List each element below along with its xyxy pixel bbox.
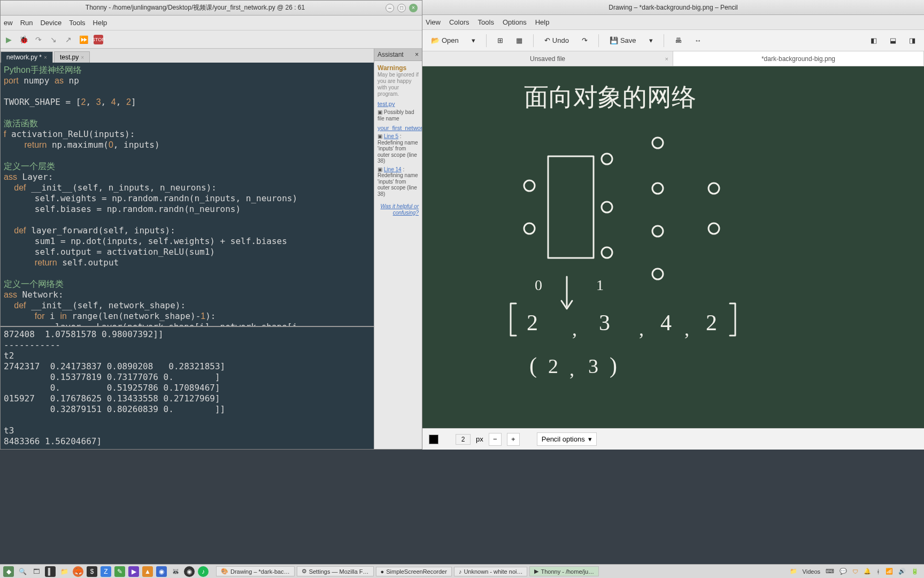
assistant-link-line14[interactable]: Line 14 [384, 166, 402, 172]
svg-point-3 [602, 154, 612, 164]
stop-icon[interactable]: STOP [94, 35, 103, 44]
zoom-icon[interactable]: Z [101, 566, 111, 577]
menu-view[interactable]: View [426, 18, 441, 26]
tray-notification-icon[interactable]: 💬 [840, 568, 847, 575]
new-file-icon[interactable]: ▶ [4, 35, 13, 44]
editor-icon[interactable]: ✎ [114, 566, 125, 577]
tab-dark-background[interactable]: *dark-background-big.png [673, 51, 924, 66]
color-swatch[interactable] [429, 435, 438, 444]
taskbar-task[interactable]: ▶Thonny - /home/ju… [529, 566, 599, 576]
step-over-icon[interactable]: ↷ [34, 35, 43, 44]
vlc-icon[interactable]: ▲ [142, 566, 153, 577]
menu-device[interactable]: Device [40, 19, 61, 27]
step-into-icon[interactable]: ↘ [49, 35, 58, 44]
menu-icon[interactable]: ◆ [3, 566, 14, 577]
tab-close-icon[interactable]: × [665, 56, 668, 62]
sidebar-right-icon[interactable]: ◨ [905, 34, 920, 47]
new-tab-icon[interactable]: ⊞ [493, 34, 507, 47]
taskbar-task[interactable]: ⚙Settings — Mozilla F… [297, 566, 374, 576]
save-label: Save [620, 36, 636, 44]
firefox-icon[interactable]: 🦊 [73, 566, 83, 577]
menu-options[interactable]: Options [503, 18, 527, 26]
taskbar-task[interactable]: 🎨Drawing – *dark-bac… [216, 566, 295, 576]
svg-text:2: 2 [527, 310, 538, 335]
thonny-titlebar[interactable]: Thonny - /home/junlingwang/Desktop/视频课/y… [1, 1, 422, 16]
term2-icon[interactable]: $ [87, 566, 97, 577]
svg-text:3: 3 [599, 310, 610, 335]
save-dropdown-icon[interactable]: ▾ [645, 34, 657, 47]
files-folder-icon[interactable]: 📁 [59, 566, 70, 577]
tray-folder-icon[interactable]: 📁 [790, 568, 797, 575]
share-icon[interactable]: ↔ [690, 34, 706, 47]
save-button[interactable]: 💾 Save [605, 34, 641, 47]
tab-unsaved-file[interactable]: Unsaved file × [422, 51, 673, 66]
menu-help[interactable]: Help [93, 19, 107, 27]
redo-icon[interactable]: ↷ [578, 34, 592, 47]
pencil-window: Drawing – *dark-background-big.png – Pen… [422, 0, 924, 450]
resume-icon[interactable]: ⏩ [79, 35, 88, 44]
tray-bell-icon[interactable]: 🔔 [864, 568, 871, 575]
media-icon[interactable]: ▶ [128, 566, 139, 577]
maximize-icon[interactable]: □ [397, 4, 406, 12]
assistant-close-icon[interactable]: × [415, 51, 419, 58]
open-button[interactable]: 📂 Open [427, 34, 463, 47]
tray-update-icon[interactable]: 🛡 [852, 568, 858, 575]
assistant-link-line5[interactable]: Line 5 [384, 133, 398, 139]
assistant-feedback-link[interactable]: Was it helpful or confusing? [378, 203, 419, 216]
svg-text:): ) [610, 353, 617, 378]
svg-point-6 [652, 138, 663, 148]
tray-volume-icon[interactable]: 🔊 [898, 568, 906, 575]
menu-help[interactable]: Help [535, 18, 550, 26]
code-editor[interactable]: Python手搓神经网络 port numpy as np TWORK_SHAP… [1, 63, 374, 326]
menu-view[interactable]: ew [4, 19, 13, 27]
terminal-icon[interactable]: ▌ [45, 566, 56, 577]
tab-network-py[interactable]: network.py * × [1, 51, 53, 63]
tab-label: Unsaved file [530, 55, 565, 63]
print-icon[interactable]: 🖶 [671, 34, 686, 47]
sidebar-left-icon[interactable]: ◧ [866, 34, 881, 47]
tray-keyboard-icon[interactable]: ⌨ [826, 568, 834, 575]
tray-bluetooth-icon[interactable]: ᚼ [876, 568, 880, 575]
menu-run[interactable]: Run [20, 19, 33, 27]
tray-videos-label[interactable]: Videos [803, 568, 820, 575]
menu-colors[interactable]: Colors [449, 18, 469, 26]
obs-icon[interactable]: ◉ [184, 566, 195, 577]
minimize-icon[interactable]: – [386, 4, 394, 12]
shell-output[interactable]: 872408 1.07581578 0.98007392]] ---------… [1, 326, 374, 449]
size-increase-button[interactable]: + [507, 433, 520, 446]
open-dropdown-icon[interactable]: ▾ [467, 34, 480, 47]
taskbar-task[interactable]: ♪Unknown - white noi… [454, 567, 528, 576]
step-out-icon[interactable]: ↗ [64, 35, 73, 44]
assistant-link-testpy[interactable]: test.py [378, 101, 419, 107]
canvas-area: 面向对象的网络 0 1 2 , [422, 66, 924, 428]
thonny-menubar: ew Run Device Tools Help [1, 16, 422, 31]
tab-close-icon[interactable]: × [44, 55, 47, 60]
tab-close-icon[interactable]: × [81, 55, 84, 60]
spotify-icon[interactable]: ♪ [198, 566, 209, 577]
tray-wifi-icon[interactable]: 📶 [886, 568, 893, 575]
menu-tools[interactable]: Tools [69, 19, 85, 27]
pencil-titlebar[interactable]: Drawing – *dark-background-big.png – Pen… [422, 0, 924, 15]
warnings-heading: Warnings [378, 64, 419, 72]
close-icon[interactable]: × [409, 4, 418, 12]
image-props-icon[interactable]: ▦ [512, 34, 527, 47]
search-icon[interactable]: 🔍 [17, 566, 28, 577]
assistant-link-file[interactable]: your_first_network.py [378, 125, 419, 131]
undo-button[interactable]: ↶ Undo [540, 34, 573, 47]
gimp-icon[interactable]: 🦝 [170, 566, 181, 577]
sidebar-bottom-icon[interactable]: ⬓ [886, 34, 900, 47]
taskbar-task[interactable]: ●SimpleScreenRecorder [376, 567, 452, 576]
size-decrease-button[interactable]: − [489, 433, 502, 446]
undo-icon: ↶ [544, 36, 550, 44]
pencil-options-dropdown[interactable]: Pencil options ▾ [537, 432, 597, 446]
drawing-canvas[interactable]: 面向对象的网络 0 1 2 , [422, 66, 924, 428]
tab-test-py[interactable]: test.py × [54, 51, 90, 63]
tray-battery-icon[interactable]: 🔋 [911, 568, 919, 575]
brush-size-input[interactable]: 2 [456, 434, 471, 445]
svg-text:,: , [684, 318, 689, 340]
menu-tools[interactable]: Tools [478, 18, 494, 26]
bug-icon[interactable]: 🐞 [19, 35, 28, 44]
taskbar-launchers: ◆ 🔍 🗔 ▌ 📁 🦊 $ Z ✎ ▶ ▲ ◉ 🦝 ◉ ♪ [0, 566, 212, 577]
files-icon[interactable]: 🗔 [31, 566, 42, 577]
kdenlive-icon[interactable]: ◉ [156, 566, 167, 577]
